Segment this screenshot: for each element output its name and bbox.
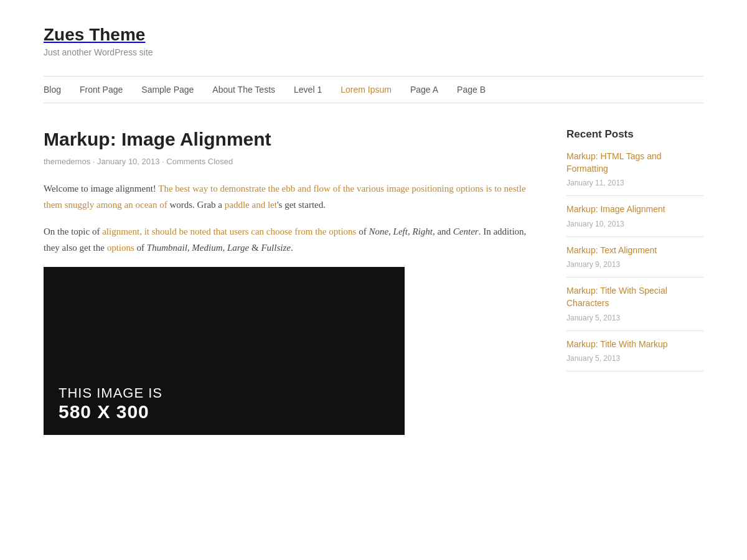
post-title: Markup: Image Alignment <box>44 128 529 151</box>
recent-post-date-1: January 10, 2013 <box>566 220 624 228</box>
post-meta-separator1: · <box>93 157 97 166</box>
post-link-1[interactable]: The best way to demonstrate the ebb and … <box>44 184 526 210</box>
post-comments: Comments Closed <box>166 157 233 166</box>
recent-post-item: Markup: Title With MarkupJanuary 5, 2013 <box>566 331 703 372</box>
nav-item-blog[interactable]: Blog <box>44 85 61 95</box>
recent-posts-list: Markup: HTML Tags and FormattingJanuary … <box>566 151 703 371</box>
post-date: January 10, 2013 <box>97 157 159 166</box>
recent-post-item: Markup: HTML Tags and FormattingJanuary … <box>566 151 703 196</box>
recent-post-date-4: January 5, 2013 <box>566 354 620 363</box>
post-meta: themedemos · January 10, 2013 · Comments… <box>44 157 529 166</box>
recent-posts-title: Recent Posts <box>566 128 703 141</box>
site-header: Zues Theme Just another WordPress site <box>44 0 703 76</box>
nav-item-sample-page[interactable]: Sample Page <box>141 85 194 95</box>
recent-post-item: Markup: Image AlignmentJanuary 10, 2013 <box>566 196 703 237</box>
nav-item-level-1[interactable]: Level 1 <box>294 85 322 95</box>
post-paragraph-1: Welcome to image alignment! The best way… <box>44 181 529 213</box>
nav-item-page-a[interactable]: Page A <box>410 85 438 95</box>
recent-post-link-1[interactable]: Markup: Image Alignment <box>566 203 703 216</box>
site-title-link[interactable]: Zues Theme <box>44 25 703 45</box>
post-link-3[interactable]: alignment, it should be noted that users… <box>102 226 356 236</box>
nav-item-lorem-ipsum[interactable]: Lorem Ipsum <box>341 85 392 95</box>
post-paragraph-2: On the topic of alignment, it should be … <box>44 224 529 256</box>
recent-post-date-3: January 5, 2013 <box>566 314 620 322</box>
main-layout: Markup: Image Alignment themedemos · Jan… <box>44 128 703 435</box>
sidebar: Recent Posts Markup: HTML Tags and Forma… <box>566 128 703 435</box>
recent-post-link-3[interactable]: Markup: Title With Special Characters <box>566 285 703 309</box>
post-link-4[interactable]: options <box>107 243 134 253</box>
recent-post-date-2: January 9, 2013 <box>566 260 620 269</box>
nav-list: BlogFront PageSample PageAbout The Tests… <box>44 84 703 95</box>
recent-post-item: Markup: Text AlignmentJanuary 9, 2013 <box>566 237 703 278</box>
recent-post-link-4[interactable]: Markup: Title With Markup <box>566 338 703 351</box>
post-link-2[interactable]: paddle and let <box>225 200 277 210</box>
site-tagline: Just another WordPress site <box>44 47 703 57</box>
recent-post-item: Markup: Title With Special CharactersJan… <box>566 278 703 330</box>
recent-post-link-0[interactable]: Markup: HTML Tags and Formatting <box>566 151 703 175</box>
image-label-bottom: 580 X 300 <box>59 401 149 422</box>
post-article: Markup: Image Alignment themedemos · Jan… <box>44 128 529 435</box>
post-author: themedemos <box>44 157 90 166</box>
content-area: Markup: Image Alignment themedemos · Jan… <box>44 128 529 435</box>
site-title: Zues Theme <box>44 25 703 45</box>
nav-item-about-the-tests[interactable]: About The Tests <box>212 85 275 95</box>
nav-item-page-b[interactable]: Page B <box>457 85 486 95</box>
image-label-top: THIS IMAGE IS <box>59 385 162 401</box>
site-nav: BlogFront PageSample PageAbout The Tests… <box>44 76 703 103</box>
post-image: THIS IMAGE IS 580 X 300 <box>44 267 405 435</box>
recent-post-date-0: January 11, 2013 <box>566 179 624 187</box>
nav-item-front-page[interactable]: Front Page <box>80 85 123 95</box>
recent-post-link-2[interactable]: Markup: Text Alignment <box>566 245 703 257</box>
post-content: Welcome to image alignment! The best way… <box>44 181 529 435</box>
